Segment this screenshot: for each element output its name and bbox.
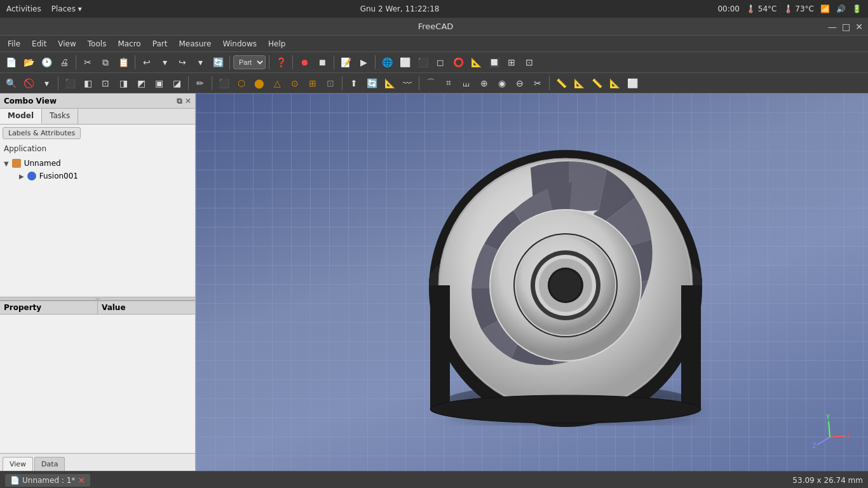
cone-prim-button[interactable]: △ <box>269 75 285 92</box>
bottom-tab-view[interactable]: View <box>3 457 33 471</box>
view-magnify-button[interactable]: 🔍 <box>3 75 19 92</box>
offset-button[interactable]: ⊕ <box>476 75 492 92</box>
workbench-selector[interactable]: Part <box>233 55 266 69</box>
sketch-button[interactable]: ✏ <box>192 75 208 92</box>
view-points-button[interactable]: ⭕ <box>450 54 466 71</box>
cross-button[interactable]: ✂ <box>529 75 546 92</box>
view-shaded-button[interactable]: ⬛ <box>414 54 431 71</box>
sweep-button[interactable]: 〰 <box>399 75 416 92</box>
view-3d-button[interactable]: 🌐 <box>379 54 395 71</box>
combo-float-button[interactable]: ⧉ <box>177 97 182 105</box>
redo-button[interactable]: ↪ <box>174 54 191 71</box>
view-extra2[interactable]: ⊡ <box>521 54 538 71</box>
toolbar-view: 🔍 🚫 ▾ ⬛ ◧ ⊡ ◨ ◩ ▣ ◪ ✏ ⬛ ⬡ ⬤ △ ⊙ ⊞ ⊡ ⬆ 🔄 … <box>0 72 868 93</box>
paste-button[interactable]: 📋 <box>115 54 132 71</box>
menu-bar: File Edit View Tools Macro Part Measure … <box>0 36 868 52</box>
combo-view-controls[interactable]: ⧉ ✕ <box>177 97 191 105</box>
macro-edit-button[interactable]: 📝 <box>337 54 354 71</box>
redo-dropdown[interactable]: ▾ <box>192 54 208 71</box>
svg-line-25 <box>830 436 846 437</box>
view-box-button[interactable]: ⬜ <box>397 54 413 71</box>
svg-line-29 <box>817 437 830 445</box>
close-button[interactable]: ✕ <box>855 22 863 32</box>
measure3-button[interactable]: 📏 <box>588 75 605 92</box>
view-home-button[interactable]: ⬛ <box>62 75 78 92</box>
loft-button[interactable]: 📐 <box>381 75 398 92</box>
record-button[interactable]: ⏺ <box>296 54 313 71</box>
menu-windows[interactable]: Windows <box>217 38 262 50</box>
print-button[interactable]: 🖨 <box>56 54 72 71</box>
menu-part[interactable]: Part <box>147 38 173 50</box>
minimize-button[interactable]: — <box>828 22 837 32</box>
activities-button[interactable]: Activities <box>6 4 41 13</box>
tree-item-unnamed[interactable]: ▼ Unnamed <box>1 157 194 170</box>
sep9 <box>188 76 189 90</box>
help-button[interactable]: ❓ <box>273 54 289 71</box>
menu-measure[interactable]: Measure <box>173 38 216 50</box>
fillet-button[interactable]: ⌒ <box>423 75 439 92</box>
view-wire-button[interactable]: ◻ <box>432 54 449 71</box>
view-measure-button[interactable]: 📐 <box>468 54 484 71</box>
sphere-prim-button[interactable]: ⬤ <box>251 75 268 92</box>
revolve-button[interactable]: 🔄 <box>363 75 380 92</box>
stop-button[interactable]: ⏹ <box>314 54 330 71</box>
view-left-button[interactable]: ◪ <box>168 75 185 92</box>
copy-button[interactable]: ⧉ <box>97 54 114 71</box>
torus-prim-button[interactable]: ⊙ <box>287 75 303 92</box>
chamfer-button[interactable]: ⌗ <box>440 75 457 92</box>
view-extra1[interactable]: ⊞ <box>503 54 520 71</box>
mirror-button[interactable]: ⧢ <box>458 75 475 92</box>
menu-help[interactable]: Help <box>263 38 290 50</box>
macro-run-button[interactable]: ▶ <box>355 54 372 71</box>
window-controls[interactable]: — □ ✕ <box>828 22 863 32</box>
box-prim-button[interactable]: ⬛ <box>215 75 232 92</box>
view-dropdown[interactable]: ▾ <box>38 75 55 92</box>
section-button[interactable]: ⊖ <box>512 75 528 92</box>
menu-tools[interactable]: Tools <box>83 38 112 50</box>
view-right-button[interactable]: ◨ <box>115 75 132 92</box>
file-tab[interactable]: 📄 Unnamed : 1* ✕ <box>5 474 90 487</box>
bottom-tabs: View Data <box>0 453 195 471</box>
labels-attributes-button[interactable]: Labels & Attributes <box>3 127 81 139</box>
more-prim2-button[interactable]: ⊡ <box>322 75 339 92</box>
more-prim-button[interactable]: ⊞ <box>304 75 321 92</box>
view-restrict-button[interactable]: 🚫 <box>20 75 37 92</box>
time-display: 00:00 <box>717 4 740 13</box>
tab-tasks[interactable]: Tasks <box>42 109 78 124</box>
extrude-button[interactable]: ⬆ <box>346 75 362 92</box>
new-button[interactable]: 📄 <box>3 54 19 71</box>
menu-edit[interactable]: Edit <box>27 38 51 50</box>
measure2-button[interactable]: 📐 <box>571 75 587 92</box>
measure1-button[interactable]: 📏 <box>553 75 569 92</box>
tree-label-unnamed: Unnamed <box>24 159 61 168</box>
bottom-tab-data[interactable]: Data <box>34 457 65 471</box>
props-table <box>0 315 195 453</box>
cylinder-prim-button[interactable]: ⬡ <box>233 75 250 92</box>
save-recent-button[interactable]: 🕐 <box>38 54 55 71</box>
tree-label-fusion001: Fusion001 <box>39 172 78 180</box>
places-menu[interactable]: Places ▾ <box>51 4 82 13</box>
menu-view[interactable]: View <box>53 38 81 50</box>
combo-close-button[interactable]: ✕ <box>185 97 191 105</box>
view-top-button[interactable]: ⊡ <box>97 75 114 92</box>
maximize-button[interactable]: □ <box>842 22 850 32</box>
open-button[interactable]: 📂 <box>20 54 37 71</box>
cut-button[interactable]: ✂ <box>79 54 96 71</box>
view-back-button[interactable]: ◩ <box>133 75 149 92</box>
view-front-button[interactable]: ◧ <box>79 75 96 92</box>
view-snap-button[interactable]: 🔲 <box>485 54 502 71</box>
measure4-button[interactable]: 📐 <box>606 75 623 92</box>
thickness-button[interactable]: ◉ <box>494 75 510 92</box>
view-bottom-button[interactable]: ▣ <box>151 75 167 92</box>
tree-item-fusion001[interactable]: ▶ Fusion001 <box>1 170 194 182</box>
menu-file[interactable]: File <box>3 38 25 50</box>
undo-button[interactable]: ↩ <box>139 54 155 71</box>
menu-macro[interactable]: Macro <box>112 38 146 50</box>
measure5-button[interactable]: ⬜ <box>624 75 641 92</box>
viewport[interactable]: X Y Z X Y Z <box>196 93 868 471</box>
undo-dropdown[interactable]: ▾ <box>156 54 173 71</box>
file-tab-label: Unnamed : 1* <box>22 476 75 485</box>
refresh-button[interactable]: 🔄 <box>210 54 226 71</box>
file-tab-close[interactable]: ✕ <box>78 475 85 485</box>
tab-model[interactable]: Model <box>0 109 42 124</box>
